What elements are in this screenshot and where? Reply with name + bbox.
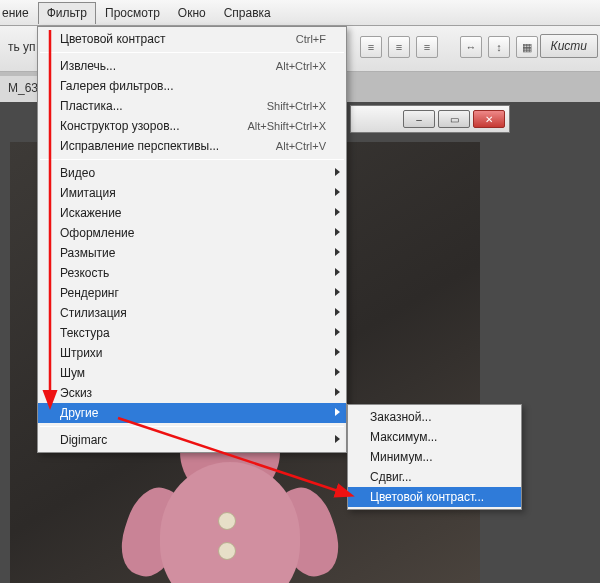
submenu-arrow-icon — [335, 328, 340, 336]
menu-label: Стилизация — [60, 306, 127, 320]
menubar: ение Фильтр Просмотр Окно Справка — [0, 0, 600, 26]
maximize-button[interactable]: ▭ — [438, 110, 470, 128]
submenu-arrow-icon — [335, 168, 340, 176]
submenu-arrow-icon — [335, 208, 340, 216]
menu-item-window[interactable]: Окно — [169, 2, 215, 24]
menu-separator — [40, 426, 344, 427]
menu-item-help[interactable]: Справка — [215, 2, 280, 24]
options-label-fragment: ть уп — [8, 40, 36, 54]
align-top-icon[interactable]: ≡ — [360, 36, 382, 58]
menu-label: Размытие — [60, 246, 115, 260]
other-minimum[interactable]: Минимум... — [348, 447, 521, 467]
filter-pixelate[interactable]: Оформление — [38, 223, 346, 243]
filter-video[interactable]: Видео — [38, 163, 346, 183]
filter-blur[interactable]: Размытие — [38, 243, 346, 263]
menu-label: Оформление — [60, 226, 134, 240]
menu-label: Минимум... — [370, 450, 433, 464]
submenu-arrow-icon — [335, 408, 340, 416]
filter-vanishing-point[interactable]: Исправление перспективы... Alt+Ctrl+V — [38, 136, 346, 156]
submenu-arrow-icon — [335, 348, 340, 356]
filter-extract[interactable]: Извлечь... Alt+Ctrl+X — [38, 56, 346, 76]
submenu-arrow-icon — [335, 228, 340, 236]
menu-label: Максимум... — [370, 430, 437, 444]
filter-distort[interactable]: Искажение — [38, 203, 346, 223]
filter-other-submenu: Заказной... Максимум... Минимум... Сдвиг… — [347, 404, 522, 510]
align-middle-icon[interactable]: ≡ — [388, 36, 410, 58]
menu-shortcut: Shift+Ctrl+X — [267, 100, 326, 112]
menu-label: Цветовой контраст... — [370, 490, 484, 504]
workspace-icon[interactable]: ▦ — [516, 36, 538, 58]
menu-label: Видео — [60, 166, 95, 180]
filter-dropdown: Цветовой контраст Ctrl+F Извлечь... Alt+… — [37, 26, 347, 453]
align-buttons: ≡ ≡ ≡ — [360, 36, 438, 58]
close-button[interactable]: ✕ — [473, 110, 505, 128]
menu-item-view[interactable]: Просмотр — [96, 2, 169, 24]
brushes-panel-tab[interactable]: Кисти — [540, 34, 598, 58]
menu-label: Штрихи — [60, 346, 103, 360]
menu-label: Заказной... — [370, 410, 431, 424]
filter-gallery[interactable]: Галерея фильтров... — [38, 76, 346, 96]
minimize-button[interactable]: – — [403, 110, 435, 128]
other-maximum[interactable]: Максимум... — [348, 427, 521, 447]
submenu-arrow-icon — [335, 268, 340, 276]
filter-liquify[interactable]: Пластика... Shift+Ctrl+X — [38, 96, 346, 116]
filter-brush-strokes[interactable]: Штрихи — [38, 343, 346, 363]
distribute-h-icon[interactable]: ↔ — [460, 36, 482, 58]
menu-label: Цветовой контраст — [60, 32, 165, 46]
filter-pattern-maker[interactable]: Конструктор узоров... Alt+Shift+Ctrl+X — [38, 116, 346, 136]
menu-shortcut: Alt+Shift+Ctrl+X — [247, 120, 326, 132]
document-titlebar: – ▭ ✕ — [350, 105, 510, 133]
menu-label: Шум — [60, 366, 85, 380]
submenu-arrow-icon — [335, 435, 340, 443]
misc-buttons: ▦ — [516, 36, 538, 58]
menu-item-filter[interactable]: Фильтр — [38, 2, 96, 24]
menu-separator — [40, 52, 344, 53]
document-window-chrome: – ▭ ✕ — [350, 105, 510, 145]
filter-texture[interactable]: Текстура — [38, 323, 346, 343]
submenu-arrow-icon — [335, 368, 340, 376]
menu-label: Эскиз — [60, 386, 92, 400]
filter-other[interactable]: Другие — [38, 403, 346, 423]
filter-render[interactable]: Рендеринг — [38, 283, 346, 303]
menu-label: Сдвиг... — [370, 470, 412, 484]
align-bottom-icon[interactable]: ≡ — [416, 36, 438, 58]
menu-label: Digimarc — [60, 433, 107, 447]
menu-label: Рендеринг — [60, 286, 119, 300]
filter-noise[interactable]: Шум — [38, 363, 346, 383]
menu-label: Имитация — [60, 186, 116, 200]
menu-shortcut: Alt+Ctrl+X — [276, 60, 326, 72]
menu-label: Искажение — [60, 206, 122, 220]
distribute-buttons: ↔ ↕ — [460, 36, 510, 58]
menu-label: Исправление перспективы... — [60, 139, 219, 153]
submenu-arrow-icon — [335, 308, 340, 316]
filter-sketch[interactable]: Эскиз — [38, 383, 346, 403]
filter-artistic[interactable]: Имитация — [38, 183, 346, 203]
filter-stylize[interactable]: Стилизация — [38, 303, 346, 323]
other-high-pass[interactable]: Цветовой контраст... — [348, 487, 521, 507]
filter-digimarc[interactable]: Digimarc — [38, 430, 346, 450]
menu-label: Текстура — [60, 326, 110, 340]
menu-label: Пластика... — [60, 99, 123, 113]
menu-label: Конструктор узоров... — [60, 119, 180, 133]
submenu-arrow-icon — [335, 388, 340, 396]
submenu-arrow-icon — [335, 288, 340, 296]
submenu-arrow-icon — [335, 188, 340, 196]
other-offset[interactable]: Сдвиг... — [348, 467, 521, 487]
filter-sharpen[interactable]: Резкость — [38, 263, 346, 283]
menu-shortcut: Ctrl+F — [296, 33, 326, 45]
menu-label: Извлечь... — [60, 59, 116, 73]
menu-label: Резкость — [60, 266, 109, 280]
submenu-arrow-icon — [335, 248, 340, 256]
menu-label: Галерея фильтров... — [60, 79, 173, 93]
menu-item-editing[interactable]: ение — [2, 2, 38, 24]
menu-label: Другие — [60, 406, 98, 420]
distribute-v-icon[interactable]: ↕ — [488, 36, 510, 58]
filter-last-used[interactable]: Цветовой контраст Ctrl+F — [38, 29, 346, 49]
other-custom[interactable]: Заказной... — [348, 407, 521, 427]
menu-shortcut: Alt+Ctrl+V — [276, 140, 326, 152]
menu-separator — [40, 159, 344, 160]
